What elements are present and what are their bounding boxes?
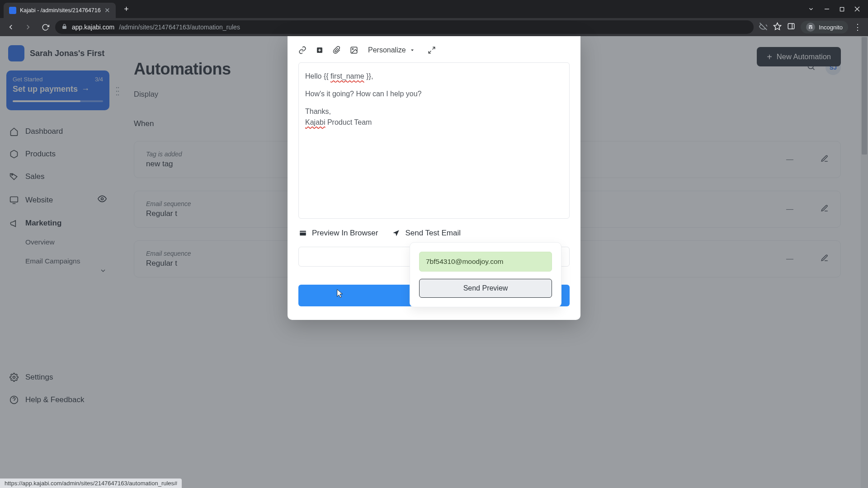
- tabs-dropdown-icon[interactable]: [808, 6, 814, 12]
- kebab-menu-icon[interactable]: ⋮: [854, 22, 862, 32]
- browser-tab[interactable]: Kajabi - /admin/sites/214764716 ✕: [4, 3, 116, 18]
- insert-block-icon[interactable]: [312, 42, 327, 58]
- body-greeting-var: first_name: [330, 72, 364, 80]
- page: Sarah Jonas's First Get Started 3/4 Set …: [0, 36, 868, 488]
- svg-rect-1: [840, 7, 844, 11]
- toolbar-right: Incognito ⋮: [756, 21, 864, 33]
- preview-in-browser-link[interactable]: Preview In Browser: [298, 229, 378, 238]
- preview-in-browser-label: Preview In Browser: [312, 229, 378, 238]
- window-close-icon[interactable]: [854, 6, 860, 12]
- svg-marker-30: [411, 50, 414, 52]
- new-tab-button[interactable]: +: [120, 3, 133, 15]
- browser-window-icon: [298, 229, 307, 238]
- lock-icon: [61, 23, 67, 31]
- test-email-input[interactable]: [419, 252, 552, 272]
- personalize-dropdown[interactable]: Personalize: [363, 43, 420, 57]
- svg-marker-36: [393, 230, 400, 236]
- star-icon[interactable]: [773, 22, 782, 33]
- image-icon[interactable]: [346, 42, 362, 58]
- forward-button[interactable]: [21, 20, 35, 34]
- send-test-email-label: Send Test Email: [405, 229, 461, 238]
- body-line2: How's it going? How can I help you?: [305, 89, 563, 100]
- editor-toolbar: Personalize: [288, 36, 580, 62]
- url-host: app.kajabi.com: [72, 23, 114, 31]
- email-editor-modal: Personalize Hello {{ first_name }}, How'…: [288, 36, 580, 320]
- back-button[interactable]: [4, 20, 18, 34]
- send-test-popover: Send Preview: [410, 242, 561, 307]
- reload-button[interactable]: [38, 20, 52, 34]
- tab-title: Kajabi - /admin/sites/214764716: [20, 7, 101, 14]
- tab-close-icon[interactable]: ✕: [104, 6, 110, 14]
- incognito-label: Incognito: [819, 24, 843, 31]
- svg-marker-5: [774, 23, 781, 29]
- svg-rect-6: [788, 23, 794, 29]
- attachment-icon[interactable]: [329, 42, 344, 58]
- send-icon: [392, 229, 401, 238]
- body-sig-misspell: Kajabi: [305, 118, 325, 126]
- personalize-label: Personalize: [368, 46, 406, 54]
- email-body-editor[interactable]: Hello {{ first_name }}, How's it going? …: [298, 62, 570, 219]
- tab-favicon: [9, 7, 16, 14]
- eye-off-icon[interactable]: [759, 22, 768, 33]
- body-greeting-post: }},: [364, 72, 373, 80]
- svg-line-32: [429, 51, 431, 53]
- address-bar[interactable]: app.kajabi.com/admin/sites/2147647163/au…: [55, 20, 754, 34]
- body-sig-rest: Product Team: [325, 118, 372, 126]
- svg-point-29: [352, 48, 353, 49]
- send-preview-button[interactable]: Send Preview: [419, 279, 552, 298]
- status-bar: https://app.kajabi.com/admin/sites/21476…: [0, 479, 182, 488]
- browser-toolbar: app.kajabi.com/admin/sites/2147647163/au…: [0, 18, 868, 36]
- svg-point-9: [811, 27, 813, 29]
- link-icon[interactable]: [295, 42, 310, 58]
- body-thanks: Thanks,: [305, 108, 331, 115]
- svg-line-31: [432, 47, 434, 49]
- window-controls: [808, 6, 868, 12]
- incognito-icon: [806, 23, 815, 32]
- browser-titlebar: Kajabi - /admin/sites/214764716 ✕ +: [0, 0, 868, 18]
- panel-icon[interactable]: [787, 22, 795, 32]
- fullscreen-icon[interactable]: [424, 42, 439, 58]
- svg-point-8: [809, 27, 811, 29]
- url-path: /admin/sites/2147647163/automation_rules: [119, 23, 240, 31]
- window-maximize-icon[interactable]: [840, 7, 844, 12]
- window-minimize-icon[interactable]: [824, 6, 830, 12]
- incognito-indicator[interactable]: Incognito: [801, 21, 848, 33]
- body-greeting-pre: Hello {{: [305, 72, 330, 80]
- send-test-email-link[interactable]: Send Test Email: [392, 229, 461, 238]
